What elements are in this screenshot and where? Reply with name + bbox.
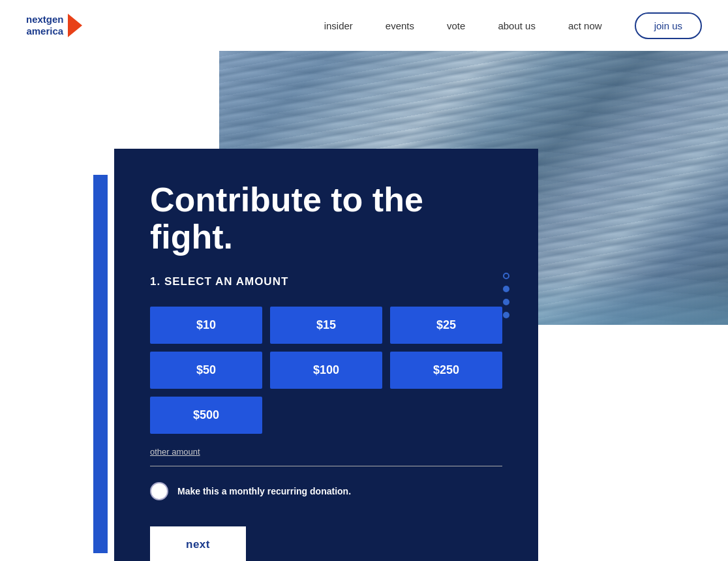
nav-item-vote[interactable]: vote <box>447 20 465 31</box>
nav-item-insider[interactable]: insider <box>324 20 353 31</box>
slide-dot-3[interactable] <box>503 299 509 305</box>
card-title: Contribute to the fight. <box>150 181 502 256</box>
amount-button-25[interactable]: $25 <box>390 307 502 344</box>
form-divider <box>150 466 502 466</box>
other-amount-link[interactable]: other amount <box>150 447 502 457</box>
amount-button-500[interactable]: $500 <box>150 397 262 434</box>
slide-dot-1[interactable] <box>503 273 509 279</box>
main-nav: insider events vote about us act now joi… <box>324 12 702 39</box>
next-button[interactable]: next <box>150 526 246 561</box>
step-label: 1. Select an Amount <box>150 275 502 288</box>
recurring-label: Make this a monthly recurring donation. <box>177 486 351 496</box>
join-us-button[interactable]: join us <box>635 12 702 39</box>
amount-button-50[interactable]: $50 <box>150 352 262 389</box>
main-content: Contribute to the fight. 1. Select an Am… <box>0 51 728 561</box>
slide-dot-4[interactable] <box>503 312 509 318</box>
logo-text: nextgen america <box>26 14 64 37</box>
amount-button-100[interactable]: $100 <box>270 352 382 389</box>
nav-item-events[interactable]: events <box>386 20 414 31</box>
logo-arrow-icon <box>68 14 82 37</box>
nav-item-about-us[interactable]: about us <box>498 20 536 31</box>
nav-item-act-now[interactable]: act now <box>568 20 602 31</box>
amount-grid-main: $10 $15 $25 $50 $100 $250 <box>150 307 502 389</box>
amount-button-15[interactable]: $15 <box>270 307 382 344</box>
recurring-checkbox[interactable] <box>150 482 168 500</box>
amount-button-10[interactable]: $10 <box>150 307 262 344</box>
amount-grid-row3: $500 <box>150 397 502 434</box>
slide-dots <box>503 273 509 318</box>
logo[interactable]: nextgen america <box>26 14 82 37</box>
slide-dot-2[interactable] <box>503 286 509 292</box>
amount-button-250[interactable]: $250 <box>390 352 502 389</box>
recurring-donation-row: Make this a monthly recurring donation. <box>150 482 502 500</box>
site-header: nextgen america insider events vote abou… <box>0 0 728 51</box>
donation-card: Contribute to the fight. 1. Select an Am… <box>114 149 538 561</box>
blue-stripe-decoration <box>93 175 108 553</box>
